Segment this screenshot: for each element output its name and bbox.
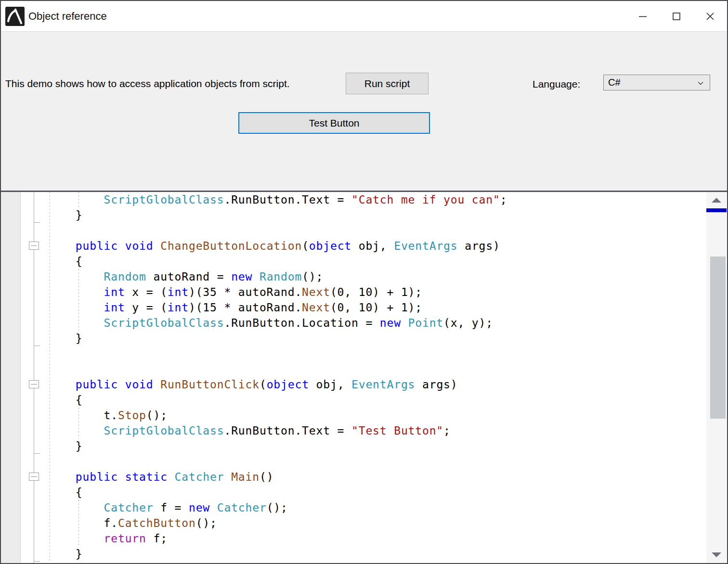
triangle-down-icon	[712, 552, 721, 557]
demo-description: This demo shows how to access applicatio…	[5, 78, 290, 90]
code-line[interactable]: f.CatchButton();	[1, 515, 705, 531]
maximize-button[interactable]	[660, 1, 693, 31]
window-title: Object reference	[28, 10, 107, 23]
code-line[interactable]: public void ChangeButtonLocation(object …	[1, 238, 705, 254]
code-line[interactable]: public static Catcher Main()	[1, 469, 705, 485]
run-script-button[interactable]: Run script	[346, 73, 429, 94]
maximize-icon	[672, 12, 681, 21]
language-label: Language:	[533, 78, 580, 90]
code-line[interactable]: ScriptGlobalClass.RunButton.Location = n…	[1, 315, 705, 331]
code-line[interactable]: }	[1, 438, 705, 454]
lambda-app-icon	[5, 7, 25, 26]
code-line[interactable]: ScriptGlobalClass.RunButton.Text = "Catc…	[1, 192, 705, 207]
close-button[interactable]	[693, 1, 727, 31]
language-select[interactable]: C#	[603, 75, 710, 90]
run-script-label: Run script	[364, 78, 410, 90]
code-line[interactable]	[1, 346, 705, 361]
code-editor[interactable]: ScriptGlobalClass.RunButton.Text = "Catc…	[1, 191, 727, 563]
code-line[interactable]	[1, 454, 705, 469]
scroll-down-button[interactable]	[706, 548, 727, 562]
code-line[interactable]: t.Stop();	[1, 408, 705, 423]
code-line[interactable]: }	[1, 207, 705, 223]
code-line[interactable]: {	[1, 392, 705, 408]
triangle-up-icon	[712, 198, 721, 203]
code-line[interactable]: Random autoRand = new Random();	[1, 269, 705, 284]
language-select-value: C#	[608, 77, 621, 88]
code-line[interactable]: int x = (int)(35 * autoRand.Next(0, 10) …	[1, 284, 705, 300]
titlebar[interactable]: Object reference	[1, 1, 727, 32]
code-line[interactable]: {	[1, 254, 705, 269]
code-area[interactable]: ScriptGlobalClass.RunButton.Text = "Catc…	[1, 192, 705, 562]
code-line[interactable]: }	[1, 331, 705, 346]
minimize-button[interactable]	[626, 1, 660, 31]
code-line[interactable]	[1, 361, 705, 377]
code-line[interactable]: int y = (int)(15 * autoRand.Next(0, 10) …	[1, 300, 705, 315]
code-line[interactable]: public void RunButtonClick(object obj, E…	[1, 377, 705, 392]
window-controls	[626, 1, 727, 31]
code-line[interactable]	[1, 223, 705, 238]
scroll-up-button[interactable]	[706, 193, 727, 207]
app-window: Object reference This demo shows how to …	[0, 0, 728, 564]
toolbar-panel: This demo shows how to access applicatio…	[1, 32, 727, 191]
vertical-scrollbar[interactable]	[706, 192, 727, 563]
code-line[interactable]: }	[1, 546, 705, 562]
scroll-position-marker	[706, 208, 727, 212]
minimize-icon	[638, 12, 648, 21]
code-line[interactable]: {	[1, 485, 705, 500]
test-button-label: Test Button	[309, 117, 359, 129]
chevron-down-icon	[696, 79, 705, 88]
code-line[interactable]: return f;	[1, 531, 705, 546]
close-icon	[705, 12, 715, 21]
code-line[interactable]: ScriptGlobalClass.RunButton.Text = "Test…	[1, 423, 705, 438]
code-line[interactable]: Catcher f = new Catcher();	[1, 500, 705, 515]
scrollbar-thumb[interactable]	[710, 256, 726, 419]
test-button[interactable]: Test Button	[238, 112, 430, 134]
